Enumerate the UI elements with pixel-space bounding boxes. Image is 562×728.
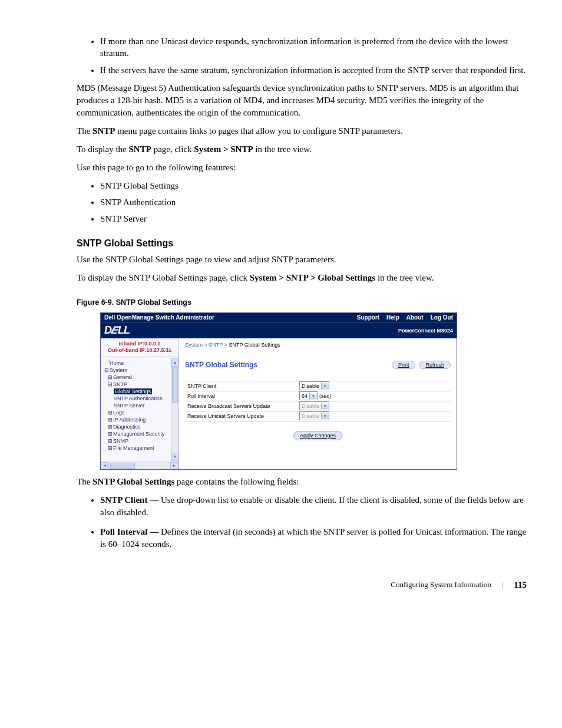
title-text: Dell OpenManage Switch Administrator — [104, 314, 350, 321]
refresh-button[interactable]: Refresh — [419, 361, 451, 369]
tree-system[interactable]: ⊟System — [104, 367, 176, 374]
tree-ip-addressing[interactable]: ⊞IP Addressing — [104, 416, 176, 423]
paragraph-usepage: Use this page to go to the following fea… — [77, 162, 527, 174]
scrollbar-horizontal[interactable]: ◂ ▸ — [101, 462, 178, 469]
chevron-down-icon: ▾ — [321, 403, 329, 409]
nav-support[interactable]: Support — [357, 314, 379, 321]
brand-bar: DELL PowerConnect M8024 — [101, 322, 457, 338]
field-desc: Use drop-down list to enable or disable … — [100, 495, 524, 517]
nav-tree: 📄Home ⊟System ⊞General ⊟SNTP Global Sett… — [101, 357, 178, 469]
unit-label: (sec) — [319, 393, 331, 399]
scroll-thumb[interactable] — [172, 367, 178, 403]
poll-interval-select[interactable]: 64▾ — [299, 391, 318, 400]
ip-info: Inband IP:0.0.0.0 Out-of-band IP:10.27.5… — [101, 338, 178, 357]
tree-general[interactable]: ⊞General — [104, 374, 176, 381]
tree-sntp[interactable]: ⊟SNTP — [104, 381, 176, 388]
footer-separator: | — [502, 580, 504, 589]
tree-logs[interactable]: ⊞Logs — [104, 409, 176, 416]
row-unicast-update: Receive Unicast Servers Update Disable▾ — [185, 411, 451, 421]
scroll-up-icon[interactable]: ▴ — [171, 358, 178, 367]
nav-about[interactable]: About — [406, 314, 424, 321]
text: The — [77, 126, 92, 136]
crumb-sntp[interactable]: SNTP — [209, 342, 223, 348]
chevron-down-icon: ▾ — [321, 383, 329, 389]
paragraph-display: To display the SNTP page, click System >… — [77, 143, 527, 156]
panel-title: SNTP Global Settings — [185, 361, 388, 369]
label: SNTP Client — [187, 383, 299, 389]
features-list: SNTP Global Settings SNTP Authentication… — [77, 180, 527, 225]
crumb-current: SNTP Global Settings — [229, 342, 280, 348]
text-bold: SNTP — [92, 126, 115, 136]
list-item: SNTP Global Settings — [100, 180, 527, 192]
unicast-select: Disable▾ — [299, 411, 329, 420]
page-footer: Configuring System Information | 115 — [77, 580, 527, 590]
text: menu page contains links to pages that a… — [115, 126, 403, 136]
list-item: SNTP Authentication — [100, 196, 527, 208]
chevron-down-icon: ▾ — [321, 413, 329, 419]
row-poll-interval: Poll Interval 64▾ (sec) — [185, 391, 451, 401]
scroll-right-icon[interactable]: ▸ — [170, 462, 178, 469]
apply-changes-button[interactable]: Apply Changes — [293, 431, 342, 440]
broadcast-select: Disable▾ — [299, 401, 329, 410]
row-broadcast-update: Receive Broadcast Servers Update Disable… — [185, 401, 451, 411]
scrollbar-vertical[interactable]: ▴ ▾ — [171, 358, 178, 461]
settings-table: SNTP Client Disable▾ Poll Interval 64▾ (… — [185, 381, 451, 421]
scroll-left-icon[interactable]: ◂ — [101, 462, 109, 469]
paragraph-md5: MD5 (Message Digest 5) Authentication sa… — [77, 82, 527, 119]
text: To display the SNTP Global Settings page… — [77, 273, 250, 282]
breadcrumb: System > SNTP > SNTP Global Settings — [185, 342, 451, 354]
bullet-item: If more than one Unicast device responds… — [100, 35, 527, 60]
page-number: 115 — [514, 580, 527, 590]
text-bold: System > SNTP > Global Settings — [250, 273, 375, 282]
nav-logout[interactable]: Log Out — [431, 314, 453, 321]
field-name: Poll Interval — — [100, 527, 161, 536]
text-bold: SNTP Global Settings — [92, 477, 174, 486]
bullet-item: If the servers have the same stratum, sy… — [100, 64, 527, 76]
tree-management-security[interactable]: ⊞Management Security — [104, 430, 176, 437]
text: To display the — [77, 144, 129, 154]
text-bold: SNTP — [129, 144, 151, 154]
screenshot: Dell OpenManage Switch Administrator Sup… — [100, 312, 457, 470]
sntp-client-select[interactable]: Disable▾ — [299, 381, 329, 390]
print-button[interactable]: Print — [392, 361, 416, 369]
tree-file-management[interactable]: ⊞File Management — [104, 444, 176, 452]
titlebar: Dell OpenManage Switch Administrator Sup… — [101, 313, 457, 322]
main-panel: System > SNTP > SNTP Global Settings SNT… — [179, 338, 457, 469]
text: in the tree view. — [253, 144, 312, 154]
paragraph-sgs-intro: Use the SNTP Global Settings page to vie… — [77, 253, 527, 266]
field-desc: Defines the interval (in seconds) at whi… — [100, 527, 526, 549]
tree-global-settings[interactable]: Global Settings — [104, 388, 176, 395]
brand-logo: DELL — [104, 324, 130, 337]
text: The — [77, 477, 92, 486]
scroll-thumb[interactable] — [110, 463, 135, 469]
list-item: SNTP Server — [100, 213, 527, 225]
tree-home[interactable]: 📄Home — [104, 360, 176, 367]
chevron-down-icon: ▾ — [309, 393, 317, 399]
tree-snmp[interactable]: ⊞SNMP — [104, 437, 176, 444]
inband-ip: Inband IP:0.0.0.0 — [102, 341, 177, 348]
paragraph-menu: The SNTP menu page contains links to pag… — [77, 125, 527, 137]
text: page, click — [151, 144, 194, 154]
tree-sntp-server[interactable]: SNTP Server — [104, 402, 176, 409]
field-name: SNTP Client — — [100, 495, 161, 505]
field-description-list: SNTP Client — Use drop-down list to enab… — [77, 494, 527, 551]
sidebar: Inband IP:0.0.0.0 Out-of-band IP:10.27.5… — [101, 338, 179, 469]
figure-caption: Figure 6-9. SNTP Global Settings — [77, 298, 527, 307]
heading-sgs: SNTP Global Settings — [77, 238, 527, 249]
tree-diagnostics[interactable]: ⊞Diagnostics — [104, 423, 176, 430]
bullet-list-top: If more than one Unicast device responds… — [77, 35, 527, 76]
text: page contains the following fields: — [174, 477, 299, 486]
row-sntp-client: SNTP Client Disable▾ — [185, 381, 451, 391]
text-bold: System > SNTP — [194, 144, 253, 154]
tree-sntp-auth[interactable]: SNTP Authentication — [104, 395, 176, 402]
label: Poll Interval — [187, 393, 299, 399]
crumb-system[interactable]: System — [185, 342, 203, 348]
list-item: SNTP Client — Use drop-down list to enab… — [100, 494, 527, 519]
footer-section: Configuring System Information — [391, 580, 491, 589]
list-item: Poll Interval — Defines the interval (in… — [100, 526, 527, 551]
text: in the tree view. — [375, 273, 434, 282]
label: Receive Broadcast Servers Update — [187, 403, 299, 409]
nav-help[interactable]: Help — [386, 314, 399, 321]
oob-ip: Out-of-band IP:10.27.5.31 — [102, 347, 177, 354]
scroll-down-icon[interactable]: ▾ — [171, 453, 178, 461]
